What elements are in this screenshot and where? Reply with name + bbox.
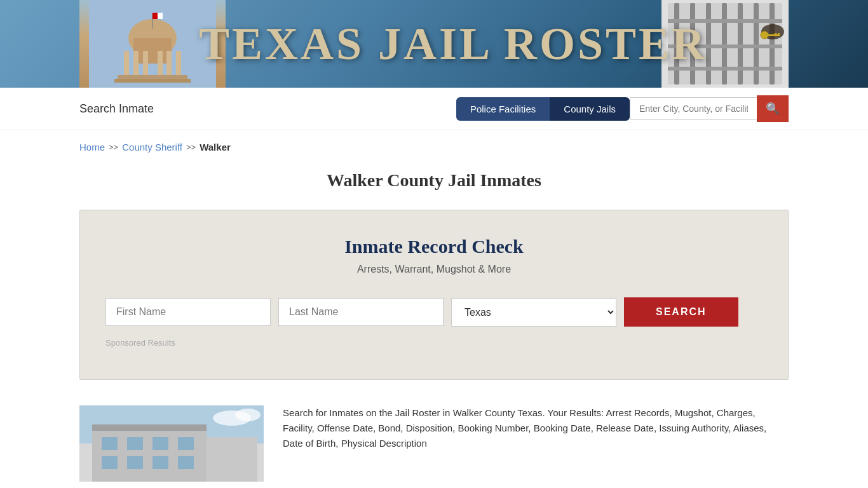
building-image [79, 405, 264, 482]
svg-rect-43 [207, 437, 257, 482]
svg-rect-33 [92, 424, 207, 482]
svg-rect-41 [153, 456, 168, 469]
state-select[interactable]: AlabamaAlaskaArizonaArkansasCaliforniaCo… [451, 298, 616, 327]
facility-search-button[interactable]: 🔍 [757, 95, 789, 122]
sponsored-results-label: Sponsored Results [105, 338, 763, 348]
nav-buttons: Police Facilities County Jails 🔍 [456, 95, 789, 122]
search-inmate-label: Search Inmate [79, 102, 154, 116]
svg-rect-40 [127, 456, 143, 469]
record-check-form: AlabamaAlaskaArizonaArkansasCaliforniaCo… [105, 297, 763, 327]
svg-point-45 [235, 409, 261, 421]
breadcrumb-home[interactable]: Home [79, 142, 105, 152]
svg-rect-5 [143, 51, 148, 76]
svg-rect-4 [133, 51, 139, 76]
page-title-wrap: Walker County Jail Inmates [0, 159, 868, 210]
svg-rect-34 [92, 424, 207, 431]
search-button[interactable]: SEARCH [624, 297, 738, 327]
svg-rect-19 [722, 3, 727, 85]
breadcrumb: Home >> County Sheriff >> Walker [0, 130, 868, 159]
svg-rect-35 [102, 437, 118, 450]
svg-rect-13 [158, 13, 163, 19]
first-name-input[interactable] [105, 298, 271, 326]
svg-rect-8 [176, 51, 181, 76]
record-check-subtitle: Arrests, Warrant, Mugshot & More [105, 264, 763, 275]
svg-rect-9 [118, 75, 187, 79]
svg-rect-2 [133, 38, 172, 64]
bottom-section: Search for Inmates on the Jail Roster in… [0, 399, 868, 488]
site-title: TEXAS JAIL ROSTER [199, 18, 707, 71]
nav-bar: Search Inmate Police Facilities County J… [0, 88, 868, 130]
svg-rect-38 [178, 437, 194, 450]
svg-rect-29 [775, 33, 776, 36]
county-jails-button[interactable]: County Jails [550, 97, 630, 121]
svg-rect-21 [754, 3, 759, 85]
svg-rect-39 [102, 456, 118, 469]
breadcrumb-county-sheriff[interactable]: County Sheriff [122, 142, 182, 152]
bottom-description: Search for Inmates on the Jail Roster in… [283, 405, 789, 451]
page-title: Walker County Jail Inmates [0, 170, 868, 191]
svg-rect-7 [166, 51, 172, 76]
facility-search-input[interactable] [630, 97, 757, 120]
svg-rect-3 [124, 51, 129, 76]
svg-rect-22 [770, 3, 775, 85]
svg-rect-20 [738, 3, 743, 85]
record-check-box: Inmate Record Check Arrests, Warrant, Mu… [79, 210, 789, 380]
last-name-input[interactable] [278, 298, 444, 326]
svg-rect-42 [178, 456, 194, 469]
facility-search-wrap: 🔍 [630, 95, 789, 122]
breadcrumb-sep2: >> [186, 142, 196, 152]
search-icon: 🔍 [766, 102, 780, 116]
svg-rect-10 [114, 79, 191, 83]
svg-rect-30 [778, 33, 780, 36]
breadcrumb-sep1: >> [109, 142, 118, 152]
svg-rect-37 [153, 437, 168, 450]
record-check-title: Inmate Record Check [105, 236, 763, 257]
svg-rect-6 [158, 51, 163, 76]
header-banner: TEXAS JAIL ROSTER [0, 0, 868, 88]
svg-rect-36 [127, 437, 143, 450]
breadcrumb-current: Walker [200, 142, 231, 152]
police-facilities-button[interactable]: Police Facilities [456, 97, 550, 121]
